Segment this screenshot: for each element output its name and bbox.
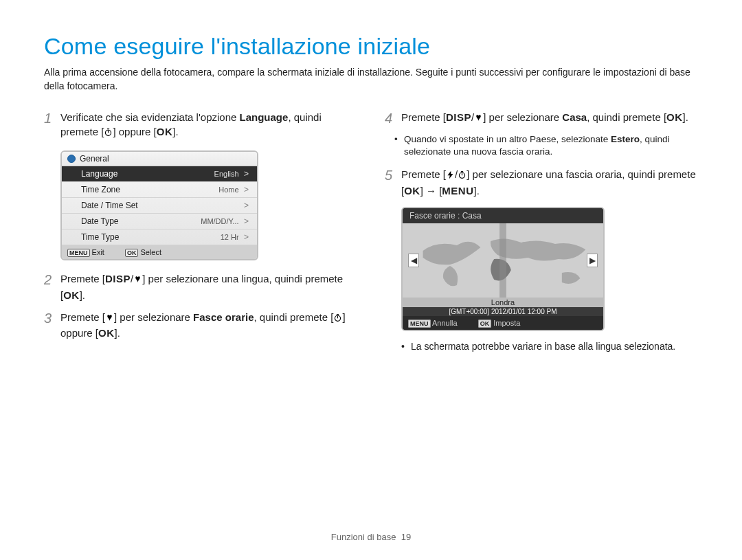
cam-screen-header: General	[62, 152, 257, 166]
page-footer: Funzioni di base 19	[0, 532, 742, 542]
step-number: 4	[385, 110, 401, 126]
ok-key: OK	[63, 289, 80, 301]
timer-icon	[458, 168, 466, 183]
step-5: 5 Premete [/] per selezionare una fascia…	[385, 167, 698, 199]
menu-key: MENU	[442, 185, 473, 197]
step-number: 1	[44, 110, 60, 142]
step-3: 3 Premete [] per selezionare Fasce orari…	[44, 310, 357, 341]
ok-key: OK	[666, 111, 683, 123]
step-1: 1 Verificate che sia evidenziata l'opzio…	[44, 110, 357, 142]
step-number: 5	[385, 167, 401, 199]
timer-icon	[333, 311, 342, 326]
step-4: 4 Premete [DISP/] per selezionare Casa, …	[385, 110, 698, 126]
cam-row-language: Language English >	[62, 166, 257, 182]
gear-icon	[67, 155, 76, 163]
step-4-note: Quando vi spostate in un altro Paese, se…	[385, 133, 698, 159]
ok-key: OK	[98, 327, 115, 339]
step-text: Verificate che sia evidenziata l'opzione	[60, 111, 240, 123]
step-2: 2 Premete [DISP/] per selezionare una li…	[44, 271, 357, 303]
intro-text: Alla prima accensione della fotocamera, …	[44, 65, 698, 93]
cam-screen-footer: MENU Exit OK Select	[62, 245, 257, 259]
cam-row-timezone: Time Zone Home >	[62, 182, 257, 198]
cam-row-datetime: Date / Time Set >	[62, 198, 257, 214]
casa-label: Casa	[562, 111, 587, 123]
svg-rect-4	[499, 223, 506, 298]
page-title: Come eseguire l'installazione iniziale	[44, 33, 698, 60]
world-map: ◀ ▶	[403, 223, 603, 298]
macro-icon	[474, 111, 483, 126]
tz-time: [GMT+00:00] 2012/01/01 12:00 PM	[403, 307, 603, 316]
camera-settings-screenshot: General Language English > Time Zone Hom…	[60, 150, 258, 260]
cam-row-datetype: Date Type MM/DD/Y... >	[62, 214, 257, 229]
flash-icon	[446, 168, 455, 183]
right-arrow-icon: ▶	[587, 254, 598, 267]
disp-key: DISP	[105, 273, 131, 284]
language-label: Language	[240, 111, 289, 123]
step-number: 2	[44, 271, 60, 303]
tz-header: Fasce orarie : Casa	[403, 208, 603, 223]
final-note: La schermata potrebbe variare in base al…	[401, 341, 698, 352]
macro-icon	[133, 273, 142, 288]
timezone-map-screenshot: Fasce orarie : Casa ◀ ▶ Londra [G	[401, 207, 605, 331]
cam-row-timetype: Time Type 12 Hr >	[62, 229, 257, 245]
disp-key: DISP	[446, 111, 471, 123]
macro-icon	[105, 311, 114, 326]
estero-label: Estero	[611, 134, 640, 144]
ok-key: OK	[157, 126, 173, 137]
left-arrow-icon: ◀	[408, 254, 419, 267]
fasce-orarie-label: Fasce orarie	[193, 311, 254, 323]
ok-key: OK	[404, 185, 420, 197]
step-number: 3	[44, 310, 60, 341]
timer-icon	[104, 126, 113, 141]
tz-footer: MENU Annulla OK Imposta	[403, 316, 603, 330]
tz-city: Londra	[403, 298, 603, 307]
